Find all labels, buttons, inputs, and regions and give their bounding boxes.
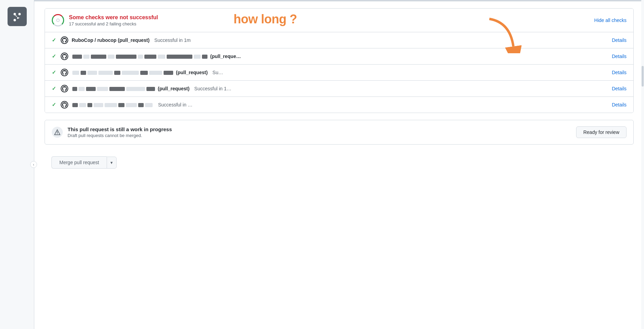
draft-text-group: This pull request is still a work in pro… — [68, 126, 571, 138]
merge-section: Merge pull request ▾ — [45, 151, 634, 173]
check-name: Successful in … — [72, 102, 603, 107]
check-status-text: Successful in … — [158, 102, 192, 107]
main-content: Some checks were not successful 17 succe… — [34, 8, 644, 173]
scrollbar-track — [641, 0, 644, 329]
check-row: ✓ (pull_request) Successful in 1… Detail… — [45, 81, 633, 97]
redacted-segment — [72, 102, 153, 107]
sidebar-collapse-arrow[interactable]: ‹ — [30, 161, 37, 168]
check-details-link[interactable]: Details — [612, 37, 627, 43]
check-row: ✓ (pull_reque… Details — [45, 48, 633, 65]
check-details-link[interactable]: Details — [612, 54, 627, 59]
check-pass-icon: ✓ — [52, 37, 57, 43]
check-row: ✓ Successful in … Details — [45, 97, 633, 113]
git-branch-button[interactable] — [8, 7, 27, 26]
draft-section: This pull request is still a work in pro… — [45, 120, 634, 145]
check-status-text: Su… — [213, 70, 223, 75]
check-pass-icon: ✓ — [52, 69, 57, 76]
check-pass-icon: ✓ — [52, 102, 57, 108]
check-name-bold: (pull_request) — [176, 70, 208, 75]
how-long-annotation: how long ? — [234, 12, 297, 26]
github-icon — [61, 53, 68, 60]
redacted-segment — [72, 86, 156, 91]
checks-section: Some checks were not successful 17 succe… — [45, 8, 634, 113]
check-details-link[interactable]: Details — [612, 86, 627, 91]
chevron-down-icon: ▾ — [110, 160, 113, 165]
draft-title: This pull request is still a work in pro… — [68, 126, 571, 132]
merge-pull-request-button[interactable]: Merge pull request — [51, 156, 107, 169]
checks-header: Some checks were not successful 17 succe… — [45, 9, 633, 32]
check-pass-icon: ✓ — [52, 86, 57, 92]
scrollbar-thumb[interactable] — [642, 66, 644, 87]
draft-warning-icon — [52, 127, 63, 138]
check-row: ✓ (pull_request) Su… Details — [45, 65, 633, 81]
checks-title-group: Some checks were not successful 17 succe… — [69, 14, 594, 26]
checks-status-icon-inner — [56, 19, 60, 22]
check-name: (pull_reque… — [72, 54, 603, 59]
hide-all-checks-button[interactable]: Hide all checks — [594, 18, 627, 23]
github-icon — [61, 101, 68, 109]
check-name: RuboCop / rubocop (pull_request) Success… — [72, 37, 603, 43]
check-details-link[interactable]: Details — [612, 102, 627, 107]
check-name: (pull_request) Successful in 1… — [72, 86, 603, 91]
checks-status-icon — [52, 14, 64, 26]
git-branch-icon — [12, 12, 22, 21]
draft-subtitle: Draft pull requests cannot be merged. — [68, 133, 571, 138]
check-name: (pull_request) Su… — [72, 70, 603, 75]
check-status-text: Successful in 1m — [154, 37, 191, 43]
ready-for-review-button[interactable]: Ready for review — [576, 126, 627, 138]
github-icon — [61, 69, 68, 76]
checks-subtitle: 17 successful and 2 failing checks — [69, 21, 594, 26]
check-name-bold: (pull_request) — [158, 86, 190, 91]
github-icon — [61, 85, 68, 92]
check-row: ✓ RuboCop / rubocop (pull_request) Succe… — [45, 32, 633, 48]
check-details-link[interactable]: Details — [612, 70, 627, 75]
svg-point-2 — [57, 134, 58, 134]
github-icon — [61, 36, 68, 44]
merge-dropdown-button[interactable]: ▾ — [107, 157, 117, 169]
check-name-bold: RuboCop / rubocop (pull_request) — [72, 37, 150, 43]
checks-title: Some checks were not successful — [69, 14, 594, 21]
check-name-bold: (pull_reque… — [210, 54, 241, 59]
check-status-text: Successful in 1… — [194, 86, 231, 91]
sidebar — [0, 0, 34, 329]
check-pass-icon: ✓ — [52, 53, 57, 59]
redacted-segment — [72, 70, 174, 75]
redacted-segment — [72, 54, 208, 59]
top-divider — [0, 0, 644, 1]
page-wrapper: ‹ Some checks were not successful 17 suc… — [0, 0, 644, 329]
